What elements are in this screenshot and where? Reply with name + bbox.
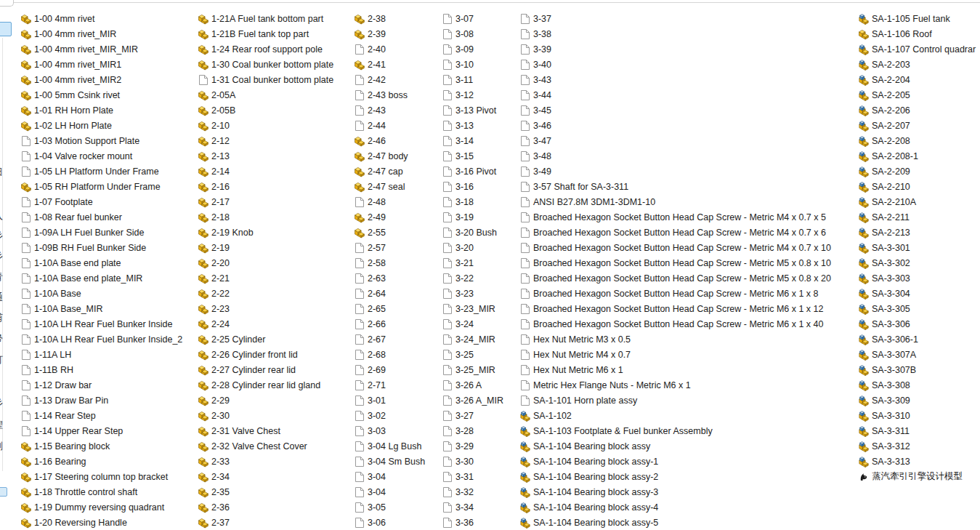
file-item[interactable]: 3-16 Pivot [442,164,519,179]
file-item[interactable]: 3-34 [442,499,519,515]
file-item[interactable]: 1-10A Base [20,286,195,301]
file-item[interactable]: 2-21 [198,270,352,286]
file-item[interactable]: 1-19 Dummy reversing quadrant [20,499,195,515]
file-item[interactable]: SA-3-303 [858,270,980,286]
file-item[interactable]: 3-12 [442,87,519,103]
file-item[interactable]: 2-32 Valve Chest Cover [198,438,352,454]
file-item[interactable]: Broached Hexagon Socket Button Head Cap … [519,316,857,332]
file-item[interactable]: 3-15 [442,148,519,164]
file-item[interactable]: SA-3-312 [858,438,980,454]
file-item[interactable]: 3-25_MIR [442,362,519,377]
file-item[interactable]: 3-20 [442,240,519,255]
file-item[interactable]: Broached Hexagon Socket Button Head Cap … [519,255,857,270]
file-item[interactable]: 2-30 [198,408,352,423]
file-item[interactable]: SA-1-107 Control quadrar [858,41,980,57]
file-item[interactable]: 3-21 [442,255,519,270]
file-item[interactable]: 2-47 seal [354,179,440,194]
file-item[interactable]: ANSI B27.8M 3DM1-3DM1-10 [519,194,857,209]
file-item[interactable]: 1-05 RH Platform Under Frame [20,179,195,194]
file-item[interactable]: Metric Hex Flange Nuts - Metric M6 x 1 [519,377,857,393]
file-item[interactable]: 1-09A LH Fuel Bunker Side [20,225,195,240]
file-item[interactable]: 2-28 Cylinder rear lid gland [198,377,352,393]
file-item[interactable]: 2-36 [198,499,352,515]
file-item[interactable]: SA-3-307A [858,347,980,362]
file-item[interactable]: 2-31 Valve Chest [198,423,352,438]
file-item[interactable]: 2-05B [198,103,352,118]
file-item[interactable]: SA-3-310 [858,408,980,423]
file-item[interactable]: Broached Hexagon Socket Button Head Cap … [519,240,857,255]
file-item[interactable]: 1-17 Steering column top bracket [20,469,195,484]
file-item[interactable]: 3-01 [354,393,440,408]
file-item[interactable]: 1-02 LH Horn Plate [20,118,195,133]
file-item[interactable]: 3-06 [354,515,440,530]
file-item[interactable]: SA-2-210A [858,194,980,209]
file-item[interactable]: 1-00 4mm rivet [20,11,195,26]
file-item[interactable]: 3-24_MIR [442,332,519,347]
file-item[interactable]: 2-58 [354,255,440,270]
file-item[interactable]: 3-04 Sm Bush [354,454,440,469]
file-item[interactable]: Broached Hexagon Socket Button Head Cap … [519,270,857,286]
file-item[interactable]: Hex Nut Metric M3 x 0.5 [519,332,857,347]
file-item[interactable]: SA-3-305 [858,301,980,316]
file-item[interactable]: 2-14 [198,164,352,179]
file-item[interactable]: 3-14 [442,133,519,148]
file-item[interactable]: 2-42 [354,72,440,87]
file-item[interactable]: 2-33 [198,454,352,469]
file-item[interactable]: 2-25 Cylinder [198,332,352,347]
file-item[interactable]: SA-3-308 [858,377,980,393]
file-item[interactable]: 3-43 [519,72,857,87]
file-item[interactable]: 3-48 [519,148,857,164]
file-item[interactable]: 2-65 [354,301,440,316]
file-item[interactable]: 2-43 [354,103,440,118]
file-item[interactable]: 1-31 Coal bunker bottom plate [198,72,352,87]
file-item[interactable]: SA-1-101 Horn plate assy [519,393,857,408]
file-item[interactable]: 3-08 [442,26,519,41]
file-item[interactable]: 3-27 [442,408,519,423]
file-item[interactable]: 3-19 [442,209,519,225]
file-item[interactable]: 1-05 LH Platform Under Frame [20,164,195,179]
file-item[interactable]: 2-27 Cylinder rear lid [198,362,352,377]
file-item[interactable]: 2-05A [198,87,352,103]
file-item[interactable]: 3-49 [519,164,857,179]
file-item[interactable]: SA-2-213 [858,225,980,240]
file-item[interactable]: 3-26 A_MIR [442,393,519,408]
file-item[interactable]: 2-67 [354,332,440,347]
file-item[interactable]: 2-29 [198,393,352,408]
file-item[interactable]: 1-11A LH [20,347,195,362]
file-item[interactable]: 1-15 Bearing block [20,438,195,454]
file-item[interactable]: 3-03 [354,423,440,438]
file-item[interactable]: SA-2-208 [858,133,980,148]
file-item[interactable]: 3-40 [519,57,857,72]
file-item[interactable]: 1-20 Reversing Handle [20,515,195,530]
file-item[interactable]: 1-00 4mm rivet_MIR_MIR [20,41,195,57]
file-item[interactable]: 3-22 [442,270,519,286]
file-item[interactable]: 1-09B RH Fuel Bunker Side [20,240,195,255]
file-item[interactable]: 2-68 [354,347,440,362]
file-item[interactable]: 2-41 [354,57,440,72]
file-item[interactable]: SA-3-311 [858,423,980,438]
file-item[interactable]: 2-44 [354,118,440,133]
file-item[interactable]: 1-10A Base_MIR [20,301,195,316]
file-item[interactable]: 1-08 Rear fuel bunker [20,209,195,225]
file-item[interactable]: 1-11B RH [20,362,195,377]
file-item[interactable]: SA-3-309 [858,393,980,408]
file-item[interactable]: Broached Hexagon Socket Button Head Cap … [519,225,857,240]
file-item[interactable]: 1-30 Coal bunker bottom plate [198,57,352,72]
file-item[interactable]: 3-10 [442,57,519,72]
file-item[interactable]: 3-30 [442,454,519,469]
file-item[interactable]: SA-2-204 [858,72,980,87]
file-item[interactable]: 3-23 [442,286,519,301]
file-item[interactable]: 2-38 [354,11,440,26]
file-item[interactable]: 2-37 [198,515,352,530]
file-item[interactable]: 2-20 [198,255,352,270]
file-item[interactable]: 1-00 4mm rivet_MIR [20,26,195,41]
file-item[interactable]: 3-13 [442,118,519,133]
file-item[interactable]: SA-1-104 Bearing block assy [519,438,857,454]
file-item[interactable]: 2-18 [198,209,352,225]
file-item[interactable]: 1-03 Motion Support Plate [20,133,195,148]
file-item[interactable]: 1-00 5mm Csink rivet [20,87,195,103]
file-item[interactable]: Broached Hexagon Socket Button Head Cap … [519,301,857,316]
file-item[interactable]: 3-44 [519,87,857,103]
file-item[interactable]: 2-57 [354,240,440,255]
file-item[interactable]: 2-71 [354,377,440,393]
